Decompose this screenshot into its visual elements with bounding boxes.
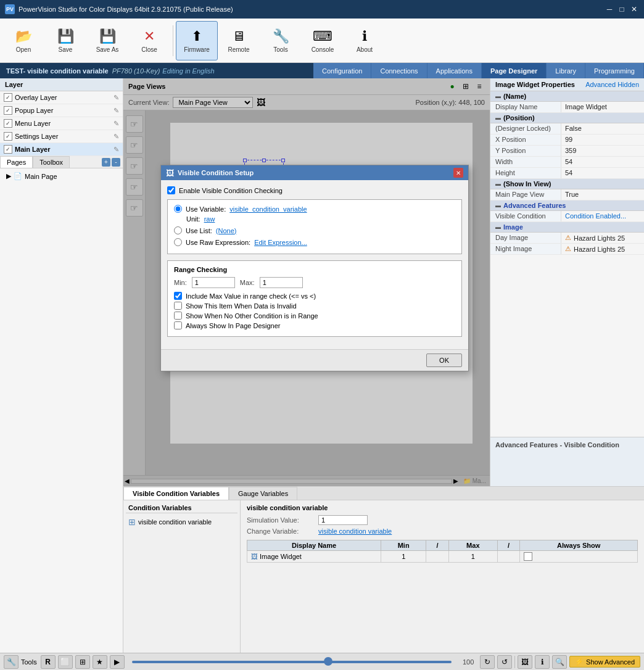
layer-settings[interactable]: ✓ Settings Layer ✎: [0, 130, 123, 143]
ok-button[interactable]: OK: [426, 354, 462, 367]
toolbar-save-button[interactable]: 💾 Save: [44, 21, 86, 60]
layer-main-check[interactable]: ✓: [4, 145, 12, 154]
always-show-checkbox[interactable]: [174, 321, 182, 329]
status-loop-button[interactable]: ↺: [497, 655, 512, 669]
nav-programming[interactable]: Programming: [585, 63, 644, 78]
status-grid-button[interactable]: ⊞: [75, 655, 90, 669]
use-variable-row: Use Variable: visible_condition_variable: [174, 205, 455, 213]
section-image-header[interactable]: ▬ Image: [490, 222, 644, 233]
use-raw-radio[interactable]: [174, 238, 182, 246]
status-slider[interactable]: [132, 661, 452, 663]
section-showinview-header[interactable]: ▬ (Show In View): [490, 179, 644, 189]
prop-visible-condition: Visible Condition Condition Enabled...: [490, 211, 644, 222]
status-tools-button[interactable]: 🔧: [4, 655, 19, 669]
layer-menu-edit-icon[interactable]: ✎: [114, 120, 119, 128]
show-no-condition-label: Show When No Other Condition is in Range: [186, 312, 318, 320]
show-no-condition-checkbox[interactable]: [174, 312, 182, 320]
advanced-hidden-link[interactable]: Advanced Hidden: [585, 81, 639, 88]
page-main-page[interactable]: ▶ 📄 Main Page: [5, 171, 118, 181]
toolbar-about-button[interactable]: ℹ About: [344, 21, 386, 60]
right-panel-title: Image Widget Properties: [495, 81, 575, 88]
about-icon: ℹ: [362, 28, 367, 44]
status-r-button[interactable]: R: [41, 655, 56, 669]
condition-var-item[interactable]: ⊞ visible condition variable: [126, 516, 237, 528]
max-input[interactable]: [260, 277, 303, 288]
show-invalid-checkbox[interactable]: [174, 302, 182, 310]
layer-menu-check[interactable]: ✓: [4, 119, 12, 128]
th-min: Min: [381, 540, 426, 551]
layer-overlay-check[interactable]: ✓: [4, 93, 12, 102]
remove-page-button[interactable]: -: [112, 158, 120, 167]
nav-configuration[interactable]: Configuration: [313, 63, 371, 78]
night-image-link[interactable]: Hazard Lights 25: [574, 246, 625, 253]
layer-overlay[interactable]: ✓ Overlay Layer ✎: [0, 91, 123, 104]
status-frame-button[interactable]: ⬜: [58, 655, 73, 669]
page-tree: ▶ 📄 Main Page: [0, 168, 123, 184]
sim-value-label: Simulation Value:: [247, 516, 315, 524]
enable-checkbox[interactable]: [167, 186, 175, 194]
use-list-radio[interactable]: [174, 226, 182, 234]
toolbar-open-button[interactable]: 📂 Open: [2, 21, 44, 60]
layer-main[interactable]: ✓ Main Layer ✎: [0, 143, 123, 156]
td-max: 1: [448, 551, 497, 563]
nav-applications[interactable]: Applications: [427, 63, 482, 78]
tab-toolbox[interactable]: Toolbox: [33, 156, 70, 168]
include-max-checkbox[interactable]: [174, 292, 182, 300]
prop-main-page-view-value: True: [561, 189, 644, 200]
layer-settings-edit-icon[interactable]: ✎: [114, 133, 119, 141]
tab-pages[interactable]: Pages: [0, 156, 33, 168]
section-position-header[interactable]: ▬ (Position): [490, 113, 644, 123]
day-image-link[interactable]: Hazard Lights 25: [574, 234, 625, 242]
status-play-button[interactable]: ▶: [110, 655, 125, 669]
toolbar-saveas-button[interactable]: 💾 Save As: [86, 21, 128, 60]
section-advanced-label: Advanced Features: [503, 202, 566, 209]
layer-main-edit-icon[interactable]: ✎: [114, 146, 119, 154]
nav-library[interactable]: Library: [547, 63, 585, 78]
toolbar-close-button[interactable]: ✕ Close: [128, 21, 170, 60]
layer-popup-check[interactable]: ✓: [4, 106, 12, 115]
range-section-title: Range Checking: [174, 266, 455, 273]
toolbar-console-button[interactable]: ⌨ Console: [302, 21, 344, 60]
always-show-table-check[interactable]: [524, 552, 532, 561]
show-advanced-button[interactable]: ⚡ Show Advanced: [569, 656, 640, 668]
page-main-label: Main Page: [25, 173, 57, 180]
toolbar-remote-button[interactable]: 🖥 Remote: [218, 21, 260, 60]
variable-name-link[interactable]: visible_condition_variable: [229, 205, 307, 213]
th-max: Max: [448, 540, 497, 551]
dialog-close-button[interactable]: ✕: [453, 168, 463, 178]
toolbar-tools-button[interactable]: 🔧 Tools: [260, 21, 302, 60]
layer-overlay-edit-icon[interactable]: ✎: [114, 94, 119, 102]
layer-popup-edit-icon[interactable]: ✎: [114, 107, 119, 115]
status-star-button[interactable]: ★: [93, 655, 107, 669]
add-page-button[interactable]: +: [102, 158, 110, 167]
sim-value-input[interactable]: [318, 515, 368, 525]
status-image-button[interactable]: 🖼: [518, 655, 532, 669]
nav-editing: Editing in English: [162, 67, 214, 75]
nav-connections[interactable]: Connections: [371, 63, 427, 78]
layer-menu[interactable]: ✓ Menu Layer ✎: [0, 117, 123, 130]
status-refresh-button[interactable]: ↻: [480, 655, 495, 669]
use-list-value[interactable]: (None): [216, 227, 237, 234]
min-input[interactable]: [192, 277, 235, 288]
toolbar-firmware-button[interactable]: ⬆ Firmware: [176, 21, 218, 60]
maximize-button[interactable]: □: [617, 4, 627, 14]
status-search-button[interactable]: 🔍: [552, 655, 567, 669]
unit-value[interactable]: raw: [204, 215, 215, 223]
section-advanced-header[interactable]: ▬ Advanced Features: [490, 201, 644, 211]
layer-settings-check[interactable]: ✓: [4, 132, 12, 141]
edit-expression-link[interactable]: Edit Expression...: [254, 239, 307, 246]
tab-gauge-variables[interactable]: Gauge Variables: [229, 487, 297, 500]
tab-visible-condition-vars[interactable]: Visible Condition Variables: [123, 487, 229, 500]
slider-thumb[interactable]: [324, 657, 332, 666]
prop-visible-condition-value[interactable]: Condition Enabled...: [561, 211, 644, 221]
section-name-header[interactable]: ▬ (Name): [490, 91, 644, 102]
sim-change-link[interactable]: visible condition variable: [318, 527, 392, 535]
table-row[interactable]: 🖼 Image Widget 1 1: [247, 551, 638, 563]
bottom-panel: Visible Condition Variables Gauge Variab…: [123, 486, 644, 653]
close-button[interactable]: ✕: [629, 4, 639, 14]
use-variable-radio[interactable]: [174, 205, 182, 213]
nav-page-designer[interactable]: Page Designer: [482, 63, 547, 78]
status-info-button[interactable]: ℹ: [535, 655, 550, 669]
layer-popup[interactable]: ✓ Popup Layer ✎: [0, 104, 123, 117]
minimize-button[interactable]: ─: [605, 4, 614, 14]
